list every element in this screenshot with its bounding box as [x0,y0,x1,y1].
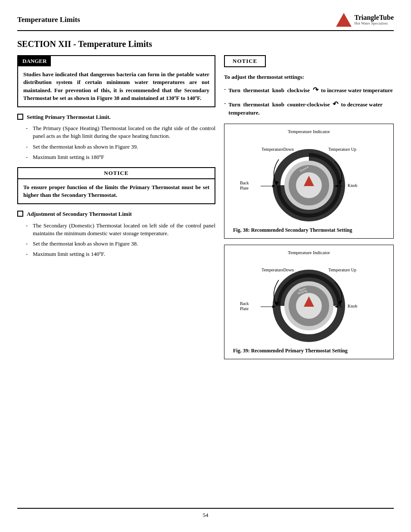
primary-thermostat-section: Setting Primary Thermostat Limit. The Pr… [17,113,215,161]
danger-content: Studies have indicated that dangerous ba… [18,66,215,106]
adjust-item-1: - Turn thermostat knob clockwise ↷ to in… [224,85,394,95]
list-item: Set the thermostat knob as shown in Figu… [26,143,215,151]
logo-text: TriangleTube Hot Water Specialists [354,14,394,25]
fig39-svg: TemperatureDown Temperature Up [236,258,382,345]
svg-text:TemperatureDown: TemperatureDown [262,268,294,272]
section-heading: SECTION XII - Temperature Limits [17,38,394,50]
list-item: The Secondary (Domestic) Thermostat loca… [26,222,215,237]
fig39-indicator-label: Temperature Indicator [229,249,389,256]
page-footer: 54 [17,508,394,519]
left-column: DANGER Studies have indicated that dange… [17,55,215,499]
checkbox-icon-2 [17,211,23,217]
fig38-diagram: Temperature Indicator TemperatureDown Te… [224,124,394,238]
fig38-svg-area: TemperatureDown Temperature Up [229,138,389,224]
secondary-thermostat-list: The Secondary (Domestic) Thermostat loca… [17,222,215,258]
fig38-svg: TemperatureDown Temperature Up [236,138,382,224]
svg-text:Temperature Up: Temperature Up [328,147,356,152]
svg-text:Temperature Up: Temperature Up [328,268,356,272]
danger-label: DANGER [18,56,51,66]
notice-label-left: NOTICE [18,168,215,179]
checkbox-icon [17,114,23,120]
svg-text:Plate: Plate [240,186,249,190]
svg-text:Back: Back [240,301,249,306]
page-header: Temperature Limits TriangleTube Hot Wate… [17,13,394,31]
counterclockwise-arrow-icon: ↶ [333,100,338,108]
svg-text:Knob: Knob [348,183,357,188]
fig38-caption: Fig. 38: Recommended Secondary Thermosta… [229,227,389,234]
fig39-svg-area: TemperatureDown Temperature Up [229,258,389,345]
primary-thermostat-list: The Primary (Space Heating) Thermostat l… [17,124,215,161]
fig38-indicator-label: Temperature Indicator [229,128,389,135]
clockwise-arrow-icon: ↷ [313,86,318,93]
danger-box: DANGER Studies have indicated that dange… [17,55,215,107]
list-item: Set the thermostat knob as shown in Figu… [26,240,215,248]
page-number: 54 [203,512,209,518]
header-title: Temperature Limits [17,15,80,25]
primary-thermostat-heading: Setting Primary Thermostat Limit. [17,113,215,121]
fig39-caption: Fig. 39: Recommended Primary Thermostat … [229,347,389,355]
list-item: Maximum limit setting is 140ºF. [26,250,215,258]
page: Temperature Limits TriangleTube Hot Wate… [0,0,411,532]
svg-text:Knob: Knob [348,304,357,308]
logo-tagline: Hot Water Specialists [354,22,394,26]
logo-triangle-icon [336,13,352,27]
logo-area: TriangleTube Hot Water Specialists [336,13,394,27]
notice-content-left: To ensure proper function of the limits … [18,179,215,203]
notice-tag-right: NOTICE [224,55,266,67]
notice-box-left: NOTICE To ensure proper function of the … [17,167,215,205]
secondary-thermostat-heading: Adjustment of Secondary Thermostat Limit [17,210,215,218]
adjust-item-2: - Turn thermostat knob counter-clockwise… [224,100,394,117]
list-item: Maximum limit setting is 180ºF [26,153,215,161]
list-item: The Primary (Space Heating) Thermostat l… [26,124,215,140]
fig39-diagram: Temperature Indicator TemperatureDown Te… [224,245,394,359]
svg-text:TemperatureDown: TemperatureDown [262,147,294,152]
svg-text:Plate: Plate [240,306,249,311]
adjust-list: - Turn thermostat knob clockwise ↷ to in… [224,85,394,117]
adjust-title: To adjust the thermostat settings: [224,73,394,81]
adjust-text-1: Turn thermostat knob clockwise ↷ to incr… [228,87,392,93]
logo-brand: TriangleTube [354,14,394,22]
content-area: DANGER Studies have indicated that dange… [17,55,394,499]
adjust-text-2: Turn thermostat knob counter-clockwise ↶… [228,101,382,116]
svg-text:Back: Back [240,180,249,185]
secondary-thermostat-section: Adjustment of Secondary Thermostat Limit… [17,210,215,258]
right-column: NOTICE To adjust the thermostat settings… [224,55,394,499]
